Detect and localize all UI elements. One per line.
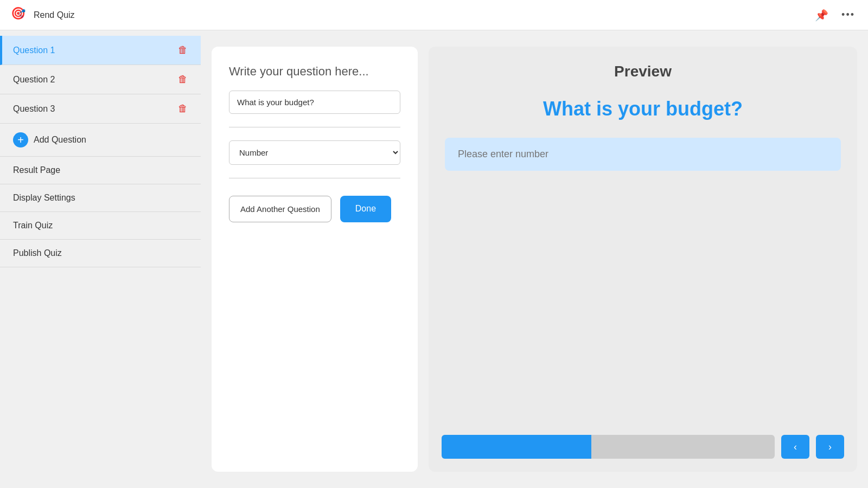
- app-title: Rend Quiz: [34, 10, 75, 20]
- sidebar-item-question3-label: Question 3: [13, 104, 55, 114]
- preview-question-text: What is your budget?: [445, 98, 841, 120]
- pin-button[interactable]: 📌: [813, 7, 831, 24]
- add-another-question-button[interactable]: Add Another Question: [229, 196, 331, 223]
- progress-bar: [442, 435, 775, 459]
- divider-2: [229, 178, 400, 178]
- prev-button[interactable]: ‹: [781, 435, 809, 459]
- preview-title: Preview: [445, 63, 841, 80]
- sidebar: Question 1 🗑 Question 2 🗑 Question 3 🗑 +…: [0, 30, 201, 488]
- preview-panel: Preview What is your budget? ‹ ›: [429, 47, 857, 472]
- sidebar-item-question2[interactable]: Question 2 🗑: [0, 65, 201, 94]
- add-question-item[interactable]: + Add Question: [0, 124, 201, 157]
- sidebar-item-train-quiz[interactable]: Train Quiz: [0, 212, 201, 240]
- result-page-label: Result Page: [13, 165, 60, 175]
- display-settings-label: Display Settings: [13, 193, 75, 203]
- sidebar-item-question3[interactable]: Question 3 🗑: [0, 94, 201, 124]
- delete-question3-icon[interactable]: 🗑: [178, 103, 188, 114]
- sidebar-item-publish-quiz[interactable]: Publish Quiz: [0, 240, 201, 267]
- next-button[interactable]: ›: [816, 435, 844, 459]
- sidebar-item-question1-label: Question 1: [13, 46, 55, 55]
- app-header: 🎯 Rend Quiz 📌 •••: [0, 0, 868, 30]
- add-question-label: Add Question: [34, 135, 86, 145]
- add-question-icon: +: [13, 132, 28, 147]
- content-area: Write your question here... Number Text …: [201, 30, 868, 488]
- more-options-button[interactable]: •••: [839, 7, 857, 23]
- question-text-input[interactable]: [229, 91, 400, 114]
- header-left: 🎯 Rend Quiz: [11, 7, 75, 24]
- question-type-select[interactable]: Number Text Multiple Choice Checkbox: [229, 140, 400, 165]
- sidebar-item-display-settings[interactable]: Display Settings: [0, 184, 201, 212]
- delete-question1-icon[interactable]: 🗑: [178, 44, 188, 56]
- progress-bar-fill: [442, 435, 591, 459]
- done-button[interactable]: Done: [340, 196, 391, 223]
- publish-quiz-label: Publish Quiz: [13, 248, 62, 258]
- delete-question2-icon[interactable]: 🗑: [178, 74, 188, 85]
- action-buttons: Add Another Question Done: [229, 196, 400, 223]
- header-right: 📌 •••: [813, 7, 857, 24]
- main-layout: Question 1 🗑 Question 2 🗑 Question 3 🗑 +…: [0, 30, 868, 488]
- sidebar-item-result-page[interactable]: Result Page: [0, 157, 201, 184]
- sidebar-item-question1[interactable]: Question 1 🗑: [0, 36, 201, 65]
- train-quiz-label: Train Quiz: [13, 221, 53, 230]
- question-editor-panel: Write your question here... Number Text …: [212, 47, 418, 472]
- preview-number-input[interactable]: [445, 138, 841, 171]
- question-editor-label: Write your question here...: [229, 64, 400, 80]
- app-logo-icon: 🎯: [11, 7, 28, 24]
- divider-1: [229, 127, 400, 127]
- preview-footer: ‹ ›: [442, 435, 844, 459]
- sidebar-item-question2-label: Question 2: [13, 75, 55, 85]
